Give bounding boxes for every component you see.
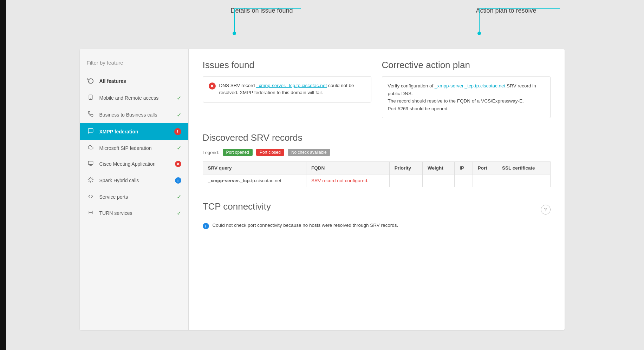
spark-icon (87, 177, 95, 184)
srv-section-title: Discovered SRV records (203, 132, 551, 143)
tcp-title: TCP connectivity (203, 201, 271, 212)
cell-ssl (497, 174, 550, 187)
main-content: Issues found ✕ DNS SRV record _xmpp-serv… (189, 49, 565, 330)
callout-left-line (231, 7, 308, 35)
refresh-icon (87, 77, 95, 85)
cell-priority (389, 174, 422, 187)
callout-right-line (476, 7, 567, 35)
cloud-icon (87, 145, 95, 151)
tcp-section: TCP connectivity ? i Could not check por… (203, 201, 551, 229)
issue-error-icon: ✕ (209, 82, 216, 90)
status-check-mobile: ✓ (177, 95, 181, 101)
issue-box: ✕ DNS SRV record _xmpp-server._tcp.tp.ci… (203, 76, 371, 103)
svg-line-18 (92, 178, 92, 179)
status-check-turn: ✓ (177, 210, 181, 217)
issues-found-col: Issues found ✕ DNS SRV record _xmpp-serv… (203, 60, 371, 118)
col-ip: IP (455, 162, 473, 174)
legend-no-check: No check available (288, 149, 330, 156)
status-check-b2b: ✓ (177, 112, 181, 118)
corrective-link[interactable]: _xmpp-server._tcp.tp.ciscotac.net (435, 83, 505, 88)
chat-icon (87, 128, 95, 136)
legend-row: Legend: Port opened Port closed No check… (203, 149, 551, 156)
issue-pre-text: DNS SRV record (219, 83, 256, 88)
status-check-service-ports: ✓ (177, 193, 181, 200)
issue-text: DNS SRV record _xmpp-server._tcp.tp.cisc… (219, 82, 365, 97)
srv-table: SRV query FQDN Priority Weight IP Port S… (203, 161, 551, 187)
sidebar-item-b2b[interactable]: Business to Business calls ✓ (80, 106, 188, 123)
corrective-title: Corrective action plan (382, 60, 551, 71)
status-badge-spark: i (175, 177, 181, 184)
tcp-info-text: Could not check port connectivity becaus… (213, 223, 398, 228)
sidebar-item-microsoft-sip[interactable]: Microsoft SIP federation ✓ (80, 140, 188, 156)
sidebar-item-label-spark: Spark Hybrid calls (99, 178, 170, 183)
main-card: Filter by feature All features (80, 49, 565, 330)
cell-srv-query: _xmpp-server._tcp.tp.ciscotac.net (203, 174, 306, 187)
cell-ip (455, 174, 473, 187)
callout-area: Details on issue found Action plan to re… (80, 7, 565, 49)
srv-query-normal-part: .tp.ciscotac.net (250, 178, 281, 183)
svg-point-2 (233, 32, 236, 35)
phone-icon (87, 111, 95, 119)
status-check-microsip: ✓ (177, 145, 181, 151)
sidebar-item-label-service-ports: Service ports (99, 194, 172, 200)
issue-item: ✕ DNS SRV record _xmpp-server._tcp.tp.ci… (209, 82, 365, 97)
sidebar-item-label-cisco-meeting: Cisco Meeting Application (99, 161, 170, 167)
col-priority: Priority (389, 162, 422, 174)
sidebar-item-label-xmpp: XMPP federation (99, 129, 169, 134)
callout-right: Action plan to resolve (476, 7, 536, 49)
svg-point-5 (477, 32, 481, 35)
issue-link[interactable]: _xmpp-server._tcp.tp.ciscotac.net (256, 83, 327, 88)
col-ssl: SSL certificate (497, 162, 550, 174)
corrective-col: Corrective action plan Verify configurat… (382, 60, 551, 118)
sidebar-item-all-features[interactable]: All features (80, 73, 188, 90)
srv-query-bold-part: _xmpp-server._tcp (208, 178, 250, 183)
ports-icon (87, 194, 95, 200)
sidebar-title: Filter by feature (80, 60, 188, 73)
col-port: Port (473, 162, 497, 174)
tcp-info-row: i Could not check port connectivity beca… (203, 223, 551, 229)
status-badge-cisco-meeting: ✕ (175, 161, 181, 167)
svg-line-13 (89, 178, 89, 179)
table-row: _xmpp-server._tcp.tp.ciscotac.net SRV re… (203, 174, 550, 187)
tcp-info-icon: i (203, 223, 209, 229)
sidebar-item-cisco-meeting[interactable]: Cisco Meeting Application ✕ (80, 156, 188, 172)
svg-line-14 (92, 181, 92, 181)
sidebar-item-turn[interactable]: TURN services ✓ (80, 205, 188, 222)
sidebar-item-label-microsip: Microsoft SIP federation (99, 145, 172, 151)
srv-table-header-row: SRV query FQDN Priority Weight IP Port S… (203, 162, 550, 174)
monitor-icon (87, 160, 95, 167)
sidebar-item-label-turn: TURN services (99, 210, 172, 216)
srv-not-configured-text: SRV record not configured. (311, 178, 369, 183)
tcp-header-row: TCP connectivity ? (203, 201, 551, 218)
cell-port (473, 174, 497, 187)
issues-found-title: Issues found (203, 60, 371, 71)
status-badge-xmpp: ! (174, 128, 181, 135)
cell-weight (423, 174, 455, 187)
srv-section: Discovered SRV records Legend: Port open… (203, 132, 551, 187)
svg-line-17 (89, 181, 89, 181)
issues-corrective-row: Issues found ✕ DNS SRV record _xmpp-serv… (203, 60, 551, 118)
col-srv-query: SRV query (203, 162, 306, 174)
callout-left: Details on issue found (231, 7, 293, 49)
svg-rect-8 (88, 161, 93, 164)
turn-icon (87, 209, 95, 217)
sidebar-item-xmpp[interactable]: XMPP federation ! (80, 123, 188, 140)
tablet-icon (87, 94, 95, 102)
legend-label: Legend: (203, 150, 219, 155)
sidebar-item-label-b2b: Business to Business calls (99, 112, 172, 118)
sidebar-item-label-mobile: Mobile and Remote access (99, 95, 172, 101)
sidebar-item-spark-hybrid[interactable]: Spark Hybrid calls i (80, 172, 188, 189)
col-fqdn: FQDN (306, 162, 390, 174)
legend-port-opened: Port opened (223, 149, 253, 156)
help-icon-button[interactable]: ? (541, 205, 551, 214)
corrective-box: Verify configuration of _xmpp-server._tc… (382, 76, 551, 118)
sidebar: Filter by feature All features (80, 49, 189, 330)
col-weight: Weight (423, 162, 455, 174)
sidebar-item-label-all-features: All features (99, 78, 181, 84)
black-bar (0, 0, 6, 350)
sidebar-item-service-ports[interactable]: Service ports ✓ (80, 189, 188, 205)
cell-fqdn: SRV record not configured. (306, 174, 390, 187)
sidebar-item-mobile-remote[interactable]: Mobile and Remote access ✓ (80, 90, 188, 106)
corrective-pre: Verify configuration of (388, 83, 435, 88)
legend-port-closed: Port closed (256, 149, 284, 156)
